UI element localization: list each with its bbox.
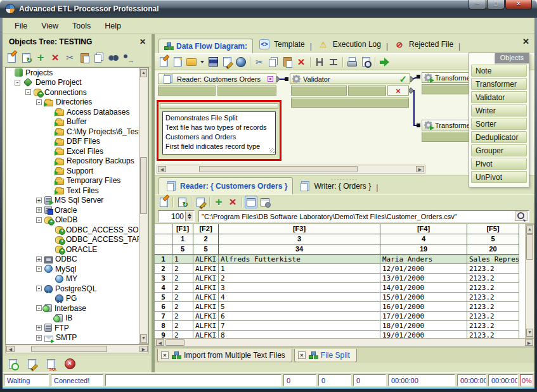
properties-icon[interactable] <box>157 196 170 208</box>
spinner-arrows-icon[interactable] <box>185 212 193 221</box>
scroll-left-icon[interactable]: ◀ <box>6 346 15 352</box>
find-icon[interactable] <box>107 51 120 64</box>
cell[interactable]: 2 <box>219 274 380 283</box>
validator-box[interactable]: Validator ✓ <box>290 73 410 84</box>
cell[interactable]: ALFKI <box>193 293 219 302</box>
tab-template[interactable]: Template <box>253 35 310 53</box>
tree-item[interactable]: Directories <box>6 98 139 108</box>
cell[interactable]: 2 <box>172 331 193 338</box>
schedule-icon[interactable] <box>6 358 19 370</box>
add-icon[interactable] <box>34 51 47 64</box>
palette-item[interactable]: Deduplicator <box>471 131 527 143</box>
cell[interactable]: ALFKI <box>193 312 219 321</box>
cell[interactable]: 1 <box>219 264 380 274</box>
menu-help[interactable]: Help <box>98 20 128 32</box>
save-db-icon[interactable] <box>235 56 247 68</box>
tree-expander-icon[interactable] <box>36 99 42 105</box>
run-icon[interactable] <box>378 56 391 68</box>
cell[interactable]: ALFKI <box>193 264 219 274</box>
tree-horizontal-scrollbar[interactable]: ◀ ▶ <box>5 345 149 353</box>
open-icon[interactable] <box>185 56 198 68</box>
cell[interactable]: ALFKI <box>193 331 219 338</box>
tab-rejected-file[interactable]: Rejected File <box>388 35 458 53</box>
edit-note-icon[interactable] <box>25 358 38 370</box>
tree-vertical-scrollbar[interactable]: ▲ ▼ <box>139 68 148 344</box>
tree-expander-icon[interactable] <box>25 89 31 95</box>
tab-file-split[interactable]: × File Split <box>294 349 357 362</box>
cell[interactable]: Maria Anders <box>380 255 467 264</box>
scroll-up-icon[interactable]: ▲ <box>526 225 533 234</box>
tree-item[interactable]: Demo Project <box>6 78 139 88</box>
scroll-up-icon[interactable]: ▲ <box>140 69 147 77</box>
tree-item[interactable]: Projects <box>6 68 139 78</box>
note-badge-icon[interactable] <box>268 76 273 82</box>
close-tab-icon[interactable]: × <box>298 351 306 359</box>
palette-item[interactable]: Grouper <box>471 144 527 156</box>
objects-tree-close-icon[interactable]: ✕ <box>138 37 148 46</box>
tree-expander-icon[interactable] <box>36 198 42 203</box>
tree-item[interactable]: OleDB <box>6 215 139 225</box>
cell[interactable]: 2 <box>172 302 193 312</box>
view-data-toggle[interactable] <box>245 196 257 208</box>
properties-icon[interactable] <box>5 51 18 64</box>
cell[interactable]: 2 <box>172 293 193 302</box>
cell[interactable]: 3 <box>219 283 380 293</box>
tree-item[interactable]: Buffer <box>6 117 139 127</box>
cell[interactable]: 8 <box>219 331 380 338</box>
tree-expander-icon[interactable] <box>36 305 42 311</box>
valid-output-check-icon[interactable]: ✓ <box>399 73 407 84</box>
print-preview-icon[interactable] <box>359 56 372 68</box>
table-row[interactable]: 6 2 ALFKI 5 16/01/2000 2123.2 <box>155 302 534 312</box>
cell[interactable]: 2 <box>172 312 193 321</box>
cell[interactable]: 1 <box>172 255 193 264</box>
cut-icon[interactable] <box>253 56 266 68</box>
table-row[interactable]: 9 2 ALFKI 8 19/01/2000 2123.2 <box>155 331 534 338</box>
delete-icon[interactable] <box>49 51 61 64</box>
palette-item[interactable]: UnPivot <box>471 171 527 183</box>
tree-item[interactable]: PG <box>6 294 139 304</box>
col-header[interactable]: [F1] <box>172 224 193 234</box>
save-icon[interactable] <box>207 56 219 68</box>
cell[interactable]: 6 <box>219 312 380 321</box>
tab-import-multiple-text-files[interactable]: × Import from Multiple Text Files <box>157 349 292 362</box>
flip-vertical-icon[interactable] <box>327 56 340 68</box>
cell[interactable]: 5 <box>219 302 380 312</box>
palette-item[interactable]: Validator <box>471 91 527 103</box>
table-row[interactable]: 8 2 ALFKI 7 18/01/2000 2123.2 <box>155 321 534 331</box>
tree-expander-icon[interactable] <box>36 217 42 223</box>
sql-editor-icon[interactable] <box>44 358 57 370</box>
cell[interactable]: 2 <box>172 283 193 293</box>
menu-tools[interactable]: Tools <box>65 20 98 32</box>
table-row[interactable]: 1 1 ALFKI Alfreds Futterkiste Maria Ande… <box>155 255 534 264</box>
reader-box[interactable]: Reader: Customers Orders <box>158 73 276 84</box>
tree-expander-icon[interactable] <box>36 325 42 331</box>
maximize-button[interactable]: □ <box>487 0 505 9</box>
stop-icon[interactable] <box>63 358 76 370</box>
cell[interactable]: ALFKI <box>193 274 219 283</box>
refresh-icon[interactable] <box>20 51 32 64</box>
cell[interactable]: 2 <box>172 264 193 274</box>
cell[interactable]: 15/01/2000 <box>380 293 467 302</box>
tree-item[interactable]: ODBC_ACCESS_SOURC <box>6 225 139 235</box>
scroll-right-icon[interactable]: ▶ <box>139 346 148 352</box>
cell[interactable]: 17/01/2000 <box>380 312 467 321</box>
panel-close-icon[interactable]: ✕ <box>522 37 529 46</box>
add-icon[interactable] <box>212 196 225 208</box>
cell[interactable]: Sales Represe <box>467 255 519 264</box>
find-next-icon[interactable] <box>122 51 134 64</box>
scroll-right-icon[interactable]: ▶ <box>525 339 533 346</box>
tree-expander-icon[interactable] <box>36 286 42 291</box>
tree-item[interactable]: ODBC <box>6 255 139 265</box>
scroll-right-icon[interactable]: ▶ <box>416 166 424 172</box>
tree-item[interactable]: ODBC_ACCESS_TARGE <box>6 235 139 245</box>
reader-cell[interactable] <box>158 85 216 96</box>
tab-writer[interactable]: Writer: { Orders } <box>293 178 376 194</box>
tree-item[interactable]: Connections <box>6 87 139 98</box>
cell[interactable]: ALFKI <box>193 255 219 264</box>
tree-item[interactable]: Text Files <box>6 186 139 196</box>
palette-item[interactable]: Pivot <box>471 158 527 170</box>
scroll-down-icon[interactable]: ▼ <box>140 334 147 343</box>
cut-icon[interactable] <box>63 51 76 64</box>
note-text[interactable]: Demonstrates File Split Text file has tw… <box>162 111 276 155</box>
cell[interactable]: 2123.2 <box>467 283 519 293</box>
